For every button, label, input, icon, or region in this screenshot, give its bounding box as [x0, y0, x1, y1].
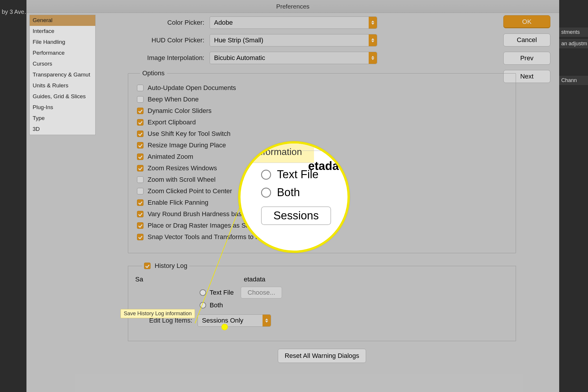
check-history-log[interactable]: History Log [144, 262, 187, 270]
check-export-clipboard[interactable]: Export Clipboard [137, 119, 507, 126]
tooltip-save-history: Save History Log information [121, 309, 195, 318]
sidebar-item-cursors[interactable]: Cursors [30, 59, 95, 69]
check-dynamic-sliders[interactable]: Dynamic Color Sliders [137, 107, 507, 115]
sidebar-item-units[interactable]: Units & Rulers [30, 80, 95, 91]
options-legend: Options [140, 69, 167, 77]
save-log-label: Sa xxxxxxxxxxxxxxxxxxxxxxxxxxxxxx etadat… [135, 276, 507, 283]
panel-tab-channels[interactable]: Chann [559, 75, 588, 86]
document-tab[interactable]: by 3 Ave… [0, 6, 30, 17]
radio-both[interactable]: Both [200, 301, 507, 309]
dropdown-caret-icon[interactable] [263, 315, 271, 326]
mag-sessions-fragment: Sessions [261, 206, 331, 225]
callout-dot [221, 324, 228, 330]
select-hud-picker[interactable]: Hue Strip (Small) [210, 34, 377, 46]
dropdown-caret-icon[interactable] [369, 17, 377, 29]
right-panel-partial: stments an adjustm Chann [559, 27, 588, 87]
sidebar-item-type[interactable]: Type [30, 113, 95, 124]
check-auto-update[interactable]: Auto-Update Open Documents [137, 84, 507, 92]
sidebar-item-general[interactable]: General [30, 15, 95, 26]
sidebar-item-guides[interactable]: Guides, Grid & Slices [30, 91, 95, 102]
sidebar-item-transparency[interactable]: Transparency & Gamut [30, 69, 95, 80]
dropdown-caret-icon[interactable] [369, 34, 377, 46]
check-resize-place[interactable]: Resize Image During Place [137, 141, 507, 149]
reset-warnings-button[interactable]: Reset All Warning Dialogs [278, 349, 366, 363]
sidebar-item-interface[interactable]: Interface [30, 26, 95, 37]
magnifier-callout: nformation etadata Text File Both Sessio… [238, 141, 350, 253]
mag-radio-both[interactable]: Both [261, 186, 350, 199]
label-color-picker: Color Picker: [128, 19, 204, 26]
check-shift-tool[interactable]: Use Shift Key for Tool Switch [137, 130, 507, 138]
panel-tab-adjustments[interactable]: stments [559, 27, 588, 37]
sidebar-item-performance[interactable]: Performance [30, 48, 95, 59]
select-interpolation[interactable]: Bicubic Automatic [210, 52, 377, 64]
radio-text-file[interactable]: Text FileChoose... [200, 287, 507, 298]
sidebar-item-3d[interactable]: 3D [30, 124, 95, 135]
panel-tab-add: an adjustm [559, 39, 588, 49]
sidebar-item-file-handling[interactable]: File Handling [30, 37, 95, 48]
dialog-title: Preferences [26, 0, 559, 13]
preferences-sidebar: General Interface File Handling Performa… [29, 15, 96, 135]
history-group: History Log Sa xxxxxxxxxxxxxxxxxxxxxxxxx… [128, 262, 516, 341]
label-hud-picker: HUD Color Picker: [128, 36, 204, 44]
select-color-picker[interactable]: Adobe [210, 16, 377, 29]
label-interpolation: Image Interpolation: [128, 54, 204, 62]
select-edit-log[interactable]: Sessions Only [198, 314, 271, 327]
dropdown-caret-icon[interactable] [369, 52, 377, 64]
choose-button[interactable]: Choose... [241, 287, 282, 298]
check-beep[interactable]: Beep When Done [137, 96, 507, 103]
sidebar-item-plugins[interactable]: Plug-Ins [30, 102, 95, 113]
